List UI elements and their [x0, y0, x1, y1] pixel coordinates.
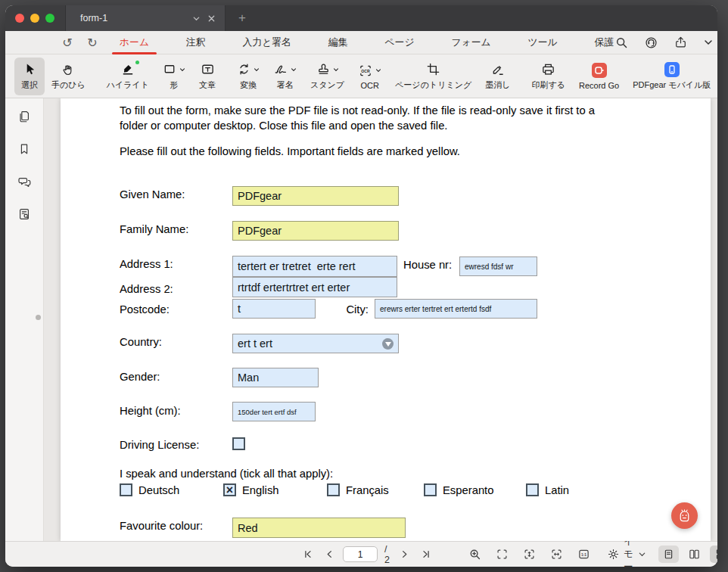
latin-label: Latin	[545, 484, 569, 496]
previous-page-button[interactable]	[321, 546, 338, 563]
menu-tab-protect[interactable]: 保護	[593, 31, 616, 54]
fit-height-icon[interactable]	[521, 546, 538, 563]
bookmarks-icon[interactable]	[14, 139, 34, 159]
english-checkbox[interactable]: ×	[223, 483, 236, 496]
menu-tab-edit[interactable]: 編集	[327, 31, 350, 54]
deutsch-label: Deutsch	[138, 484, 179, 496]
driving-license-checkbox[interactable]	[232, 437, 245, 450]
postcode-field[interactable]: t	[232, 299, 316, 319]
highlight-color-dot	[135, 61, 139, 64]
close-window-button[interactable]	[15, 14, 24, 23]
favourite-colour-label: Favourite colour:	[120, 520, 203, 532]
house-nr-field[interactable]: ewresd fdsf wr	[459, 256, 537, 276]
document-area: To fill out the form, make sure the PDF …	[44, 98, 717, 541]
address2-label: Address 2:	[120, 283, 173, 295]
english-label: English	[242, 484, 279, 496]
gender-field[interactable]: Man	[232, 368, 319, 387]
menu-tab-page[interactable]: ページ	[383, 31, 415, 54]
deutsch-checkbox[interactable]	[120, 483, 132, 496]
postcode-label: Postcode:	[120, 303, 170, 316]
single-page-view-button[interactable]	[658, 546, 679, 563]
crop-pages-button[interactable]: ページのトリミング	[388, 58, 478, 95]
new-tab-button[interactable]: +	[234, 10, 250, 26]
address1-label: Address 1:	[120, 258, 173, 270]
highlighter-icon	[120, 61, 135, 77]
redact-tool-button[interactable]: 墨消し	[478, 58, 517, 95]
page-thumbnails-icon[interactable]	[14, 107, 34, 126]
given-name-field[interactable]: PDFgear	[232, 186, 399, 206]
left-sidebar	[5, 98, 44, 541]
next-page-button[interactable]	[397, 546, 413, 563]
country-dropdown[interactable]: ert t ert	[232, 334, 399, 353]
address1-field[interactable]: tertert er tretret erte rert	[232, 256, 397, 277]
city-field[interactable]: erewrs erter tertret ert ertertd fsdf	[375, 299, 537, 319]
highlight-tool-button[interactable]: ハイライト	[100, 58, 156, 95]
language-esperanto-item: Esperanto	[424, 483, 493, 496]
zoom-window-button[interactable]	[45, 14, 54, 23]
search-icon[interactable]	[615, 36, 628, 49]
language-francais-item: Français	[327, 483, 389, 496]
dropdown-arrow-icon[interactable]	[382, 338, 394, 350]
redo-icon[interactable]: ↻	[85, 36, 100, 50]
ocr-tool-button[interactable]: OCR OCR	[351, 58, 388, 95]
text-tool-button[interactable]: 文章	[192, 58, 222, 95]
form-fields-icon[interactable]	[14, 204, 34, 224]
page-number-input[interactable]	[343, 546, 378, 562]
convert-tool-button[interactable]: 変換	[230, 58, 266, 95]
support-icon[interactable]	[644, 36, 658, 50]
latin-checkbox[interactable]	[526, 483, 539, 496]
menu-tab-home[interactable]: ホーム	[118, 31, 151, 54]
svg-text:OCR: OCR	[361, 68, 370, 73]
svg-text:1:1: 1:1	[581, 553, 586, 557]
last-page-button[interactable]	[418, 546, 435, 563]
first-page-button[interactable]	[299, 546, 316, 563]
menu-tab-fill-sign[interactable]: 入力と署名	[241, 31, 293, 54]
city-label: City:	[322, 303, 369, 316]
fit-width-icon[interactable]	[549, 546, 565, 563]
tab-close-icon[interactable]	[204, 11, 219, 26]
menu-tab-form[interactable]: フォーム	[450, 31, 492, 54]
intro-paragraph-line2: folder or computer desktop. Close this f…	[120, 120, 447, 132]
francais-checkbox[interactable]	[327, 483, 340, 496]
favourite-colour-field[interactable]: Red	[232, 518, 406, 538]
address2-field[interactable]: rtrtdf ertertrtret ert erter	[232, 277, 397, 297]
menu-tab-annotate[interactable]: 注釈	[185, 31, 207, 54]
continuous-scroll-view-button[interactable]	[710, 546, 717, 563]
sign-tool-button[interactable]: 署名	[266, 58, 303, 95]
esperanto-checkbox[interactable]	[424, 483, 437, 496]
height-label: Height (cm):	[120, 405, 181, 417]
stamp-tool-button[interactable]: スタンプ	[303, 58, 351, 95]
sidebar-resize-handle[interactable]	[36, 315, 41, 320]
tab-options-chevron-icon[interactable]	[188, 11, 204, 26]
sun-icon	[608, 549, 619, 560]
intro-paragraph2: Please fill out the following fields. Im…	[120, 145, 460, 157]
height-field[interactable]: 150der tert ertf dsf	[232, 402, 316, 421]
record-go-button[interactable]: Record Go	[572, 58, 626, 95]
stamp-icon	[316, 62, 331, 76]
gender-label: Gender:	[120, 371, 160, 383]
menu-tab-tools[interactable]: ツール	[527, 31, 559, 54]
undo-icon[interactable]: ↺	[60, 36, 75, 50]
two-page-view-button[interactable]	[684, 546, 705, 563]
minimize-window-button[interactable]	[30, 14, 39, 23]
actual-size-icon[interactable]: 1:1	[576, 546, 593, 563]
chevron-down-icon	[333, 67, 339, 73]
traffic-lights	[5, 5, 65, 31]
fit-page-icon[interactable]	[494, 546, 511, 563]
page-total-label: / 2	[384, 544, 390, 565]
print-button[interactable]: 印刷する	[524, 58, 572, 95]
chevron-down-icon	[375, 67, 381, 73]
shape-tool-button[interactable]: 形	[156, 58, 192, 95]
pdfgear-mobile-button[interactable]: PDFgear モバイル版	[626, 58, 717, 95]
select-tool-button[interactable]: 選択	[14, 58, 45, 95]
collapse-toolbar-chevron-icon[interactable]	[703, 37, 714, 48]
document-tab[interactable]: form-1	[65, 5, 226, 31]
zoom-in-icon[interactable]	[467, 546, 484, 563]
family-name-field[interactable]: PDFgear	[232, 221, 399, 241]
tabstrip: +	[226, 5, 717, 31]
titlebar: form-1 +	[5, 5, 717, 31]
share-icon[interactable]	[674, 36, 687, 49]
comments-icon[interactable]	[14, 172, 34, 191]
hand-tool-button[interactable]: 手のひら	[45, 58, 92, 95]
ai-assistant-robot-button[interactable]	[671, 502, 698, 529]
